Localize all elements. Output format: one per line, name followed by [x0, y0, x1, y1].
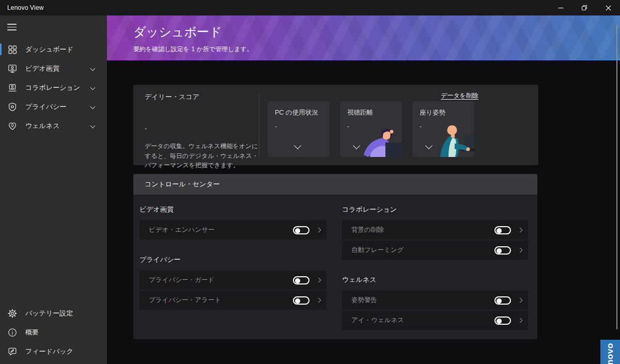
- titlebar: Lenovo View: [0, 0, 620, 15]
- control-center-title: コントロール・センター: [145, 180, 220, 189]
- delete-data-link[interactable]: データを削除: [441, 91, 478, 100]
- vertical-scrollbar[interactable]: [616, 25, 617, 329]
- sidebar-item-label: ダッシュボード: [25, 45, 73, 54]
- control-row-auto-framing[interactable]: 自動フレーミング: [342, 241, 528, 260]
- control-column-left: ビデオ画質 ビデオ・エンハンサー プライバシー: [140, 204, 327, 331]
- control-row-label: 自動フレーミング: [351, 246, 404, 255]
- main-area: ダッシュボード 要約を確認し設定を 1 か所で管理します。 デイリー・スコア -…: [107, 15, 620, 364]
- sidebar: ダッシュボード ビデオ画質: [0, 15, 107, 364]
- background-removal-toggle[interactable]: [494, 226, 511, 234]
- control-row-video-enhancer[interactable]: ビデオ・エンハンサー: [140, 220, 327, 240]
- page-header: ダッシュボード 要約を確認し設定を 1 か所で管理します。: [107, 15, 620, 60]
- sidebar-item-label: フィードバック: [25, 347, 73, 356]
- chevron-down-icon[interactable]: [90, 123, 96, 129]
- control-row-privacy-guard[interactable]: プライバシー・ガード: [140, 271, 327, 290]
- lenovo-logo-text: lenovo: [605, 343, 615, 364]
- stat-title: 視聴距離: [347, 108, 402, 117]
- sidebar-item-dashboard[interactable]: ダッシュボード: [0, 40, 107, 59]
- chevron-down-icon[interactable]: [425, 142, 432, 149]
- privacy-alert-toggle[interactable]: [293, 296, 309, 305]
- stat-title: 座り姿勢: [420, 108, 474, 117]
- feedback-icon: [7, 346, 18, 357]
- control-row-label: プライバシー・アラート: [149, 296, 221, 305]
- stat-value: -: [275, 123, 330, 130]
- chevron-right-icon[interactable]: [518, 248, 523, 253]
- chevron-down-icon[interactable]: [294, 142, 301, 149]
- eye-wellness-toggle[interactable]: [494, 316, 511, 325]
- gear-icon: [7, 308, 18, 319]
- sidebar-item-label: ビデオ画質: [25, 64, 59, 73]
- sidebar-item-collaboration[interactable]: コラボレーション: [0, 78, 107, 97]
- chevron-down-icon[interactable]: [353, 142, 360, 149]
- control-row-eye-wellness[interactable]: アイ・ウェルネス: [342, 311, 528, 330]
- group-wellness: ウェルネス 姿勢警告 アイ・ウェルネス: [342, 275, 528, 330]
- sidebar-item-feedback[interactable]: フィードバック: [0, 342, 107, 361]
- sidebar-item-battery-settings[interactable]: バッテリー設定: [0, 304, 107, 323]
- group-title: プライバシー: [140, 255, 327, 264]
- chevron-down-icon[interactable]: [90, 104, 96, 109]
- lenovo-logo: lenovo: [600, 340, 620, 364]
- viewing-distance-illustration: [363, 125, 402, 157]
- minimize-button[interactable]: [549, 0, 572, 15]
- sidebar-item-label: コラボレーション: [25, 83, 80, 92]
- collaboration-icon: [7, 83, 18, 93]
- sidebar-item-label: 概要: [25, 328, 39, 337]
- chevron-right-icon[interactable]: [518, 318, 523, 323]
- wellness-icon: [7, 121, 18, 131]
- stat-title: PC の使用状況: [275, 108, 330, 117]
- control-row-posture-warning[interactable]: 姿勢警告: [342, 291, 528, 310]
- sidebar-bottom-nav: バッテリー設定 概要: [0, 304, 107, 364]
- control-row-privacy-alert[interactable]: プライバシー・アラート: [140, 291, 327, 310]
- daily-score-section: デイリー・スコア - データの収集。ウェルネス機能をオンにすると、毎日のデジタル…: [145, 92, 262, 170]
- dashboard-grid-icon: [7, 44, 18, 55]
- chevron-right-icon[interactable]: [518, 228, 523, 233]
- video-quality-icon: [7, 64, 18, 74]
- daily-score-title: デイリー・スコア: [145, 92, 262, 102]
- control-row-background-removal[interactable]: 背景の削除: [342, 220, 528, 240]
- chevron-down-icon[interactable]: [90, 85, 96, 90]
- group-title: コラボレーション: [342, 205, 528, 214]
- sidebar-item-privacy[interactable]: プライバシー: [0, 97, 107, 116]
- page-content: デイリー・スコア - データの収集。ウェルネス機能をオンにすると、毎日のデジタル…: [107, 60, 620, 364]
- sidebar-item-video-quality[interactable]: ビデオ画質: [0, 59, 107, 78]
- control-row-label: 背景の削除: [351, 226, 384, 234]
- sitting-posture-illustration: [434, 124, 474, 157]
- posture-warning-toggle[interactable]: [494, 296, 511, 305]
- close-button[interactable]: [596, 0, 620, 15]
- stat-card-pc-usage[interactable]: PC の使用状況 -: [268, 101, 330, 157]
- privacy-guard-toggle[interactable]: [293, 276, 309, 284]
- privacy-icon: [7, 102, 18, 112]
- restore-icon: [581, 5, 587, 11]
- window-controls: [549, 0, 620, 15]
- chevron-right-icon[interactable]: [316, 298, 321, 303]
- sidebar-item-label: ウェルネス: [25, 121, 60, 131]
- auto-framing-toggle[interactable]: [494, 246, 511, 255]
- control-row-label: ビデオ・エンハンサー: [149, 226, 214, 234]
- minimize-icon: [558, 5, 564, 11]
- control-center-header: コントロール・センター: [133, 174, 537, 195]
- control-column-right: コラボレーション 背景の削除 自動フレーミング: [342, 204, 528, 331]
- sidebar-item-wellness[interactable]: ウェルネス: [0, 116, 107, 135]
- hamburger-menu-icon[interactable]: [7, 24, 17, 30]
- sidebar-nav: ダッシュボード ビデオ画質: [0, 40, 107, 135]
- chevron-right-icon[interactable]: [316, 278, 321, 283]
- active-indicator: [0, 43, 2, 55]
- info-icon: [7, 327, 18, 338]
- video-enhancer-toggle[interactable]: [293, 226, 309, 234]
- chevron-right-icon[interactable]: [316, 228, 321, 233]
- control-center-body: ビデオ画質 ビデオ・エンハンサー プライバシー: [133, 195, 537, 339]
- group-privacy: プライバシー プライバシー・ガード プライバシー・アラート: [140, 255, 327, 310]
- group-collaboration: コラボレーション 背景の削除 自動フレーミング: [342, 205, 528, 260]
- sidebar-item-about[interactable]: 概要: [0, 323, 107, 342]
- stat-card-sitting-posture[interactable]: 座り姿勢 -: [412, 101, 474, 157]
- chevron-down-icon[interactable]: [90, 66, 96, 71]
- page-title: ダッシュボード: [133, 24, 222, 40]
- page-subtitle: 要約を確認し設定を 1 か所で管理します。: [133, 45, 253, 54]
- restore-button[interactable]: [572, 0, 596, 15]
- group-title: ウェルネス: [342, 275, 528, 284]
- group-video-quality: ビデオ画質 ビデオ・エンハンサー: [140, 205, 327, 240]
- sidebar-item-label: バッテリー設定: [25, 309, 73, 318]
- stat-card-viewing-distance[interactable]: 視聴距離 -: [340, 101, 402, 157]
- group-title: ビデオ画質: [140, 205, 327, 214]
- chevron-right-icon[interactable]: [518, 298, 523, 303]
